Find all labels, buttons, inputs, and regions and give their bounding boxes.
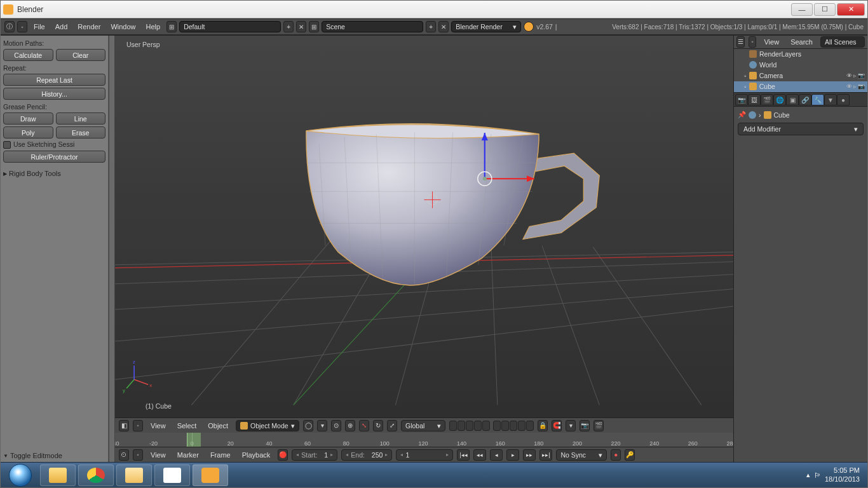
maximize-button[interactable]: ☐ bbox=[814, 3, 836, 16]
tab-object[interactable]: ▣ bbox=[786, 94, 799, 105]
timeline-menu-marker[interactable]: Marker bbox=[173, 450, 203, 460]
taskbar-blender[interactable] bbox=[193, 464, 228, 486]
rotate-gizmo-icon[interactable]: ↻ bbox=[373, 420, 383, 431]
3d-viewport[interactable]: User Persp bbox=[115, 36, 733, 417]
view3d-expand-icon[interactable]: ◦ bbox=[133, 420, 143, 431]
translate-gizmo-icon[interactable]: ⤡ bbox=[359, 420, 369, 431]
expand-icon[interactable]: ◦ bbox=[17, 21, 27, 32]
outliner-editor-icon[interactable]: ☰ bbox=[736, 36, 745, 48]
snap-target-icon[interactable]: ▾ bbox=[566, 420, 576, 431]
minimize-button[interactable]: — bbox=[791, 3, 813, 16]
pin-icon[interactable]: 📌 bbox=[738, 111, 746, 119]
render-preview-icon[interactable]: 📷 bbox=[580, 420, 590, 431]
outliner-expand-icon[interactable]: ◦ bbox=[749, 36, 757, 48]
outliner-row-camera[interactable]: ◦ Camera👁▹📷 bbox=[734, 71, 867, 81]
flag-icon[interactable]: 🏳 bbox=[814, 471, 821, 479]
show-hidden-icon[interactable]: ▴ bbox=[806, 471, 810, 479]
rigid-body-panel[interactable]: ▶Rigid Body Tools bbox=[3, 170, 105, 177]
shading-dropdown-icon[interactable]: ▾ bbox=[317, 420, 327, 431]
line-button[interactable]: Line bbox=[56, 112, 106, 125]
start-button[interactable] bbox=[3, 464, 37, 487]
panel-split-grip[interactable] bbox=[109, 36, 115, 462]
taskbar-chrome[interactable] bbox=[78, 464, 114, 486]
keying-set-icon[interactable]: 🔑 bbox=[625, 449, 635, 461]
scene-dropdown[interactable]: Scene bbox=[322, 21, 423, 32]
calculate-button[interactable]: Calculate bbox=[3, 49, 53, 61]
tab-constraints[interactable]: 🔗 bbox=[799, 94, 811, 105]
menu-window[interactable]: Window bbox=[107, 22, 139, 32]
tab-modifiers[interactable]: 🔧 bbox=[811, 94, 824, 105]
timeline-playhead[interactable] bbox=[187, 433, 201, 447]
view3d-menu-object[interactable]: Object bbox=[204, 421, 232, 431]
menu-add[interactable]: Add bbox=[51, 22, 72, 32]
scene-del-icon[interactable]: ✕ bbox=[438, 21, 449, 32]
menu-file[interactable]: File bbox=[30, 22, 49, 32]
outliner-menu-search[interactable]: Search bbox=[787, 37, 817, 47]
shading-sphere-icon[interactable]: ◯ bbox=[303, 420, 313, 431]
view3d-menu-select[interactable]: Select bbox=[173, 421, 201, 431]
tab-data[interactable]: ▼ bbox=[824, 94, 837, 105]
tab-scene[interactable]: 🎬 bbox=[761, 94, 773, 105]
end-frame-field[interactable]: ◂End: 250▸ bbox=[341, 449, 392, 461]
jump-end-icon[interactable]: ▸▸| bbox=[539, 449, 552, 461]
play-reverse-icon[interactable]: ◂ bbox=[490, 449, 503, 461]
current-frame-field[interactable]: ◂1▸ bbox=[396, 449, 453, 461]
scene-browse-icon[interactable]: ⊞ bbox=[309, 21, 319, 32]
orientation-dropdown[interactable]: Global▾ bbox=[401, 420, 445, 431]
draw-button[interactable]: Draw bbox=[3, 112, 53, 125]
view3d-menu-view[interactable]: View bbox=[147, 421, 170, 431]
timeline-menu-frame[interactable]: Frame bbox=[207, 450, 234, 460]
ruler-button[interactable]: Ruler/Protractor bbox=[3, 151, 105, 163]
timeline-menu-playback[interactable]: Playback bbox=[238, 450, 275, 460]
poly-button[interactable]: Poly bbox=[3, 126, 53, 139]
keyframe-prev-icon[interactable]: ◂◂ bbox=[473, 449, 486, 461]
view3d-editor-icon[interactable]: ◧ bbox=[119, 420, 129, 431]
clear-button[interactable]: Clear bbox=[56, 49, 106, 61]
timeline-menu-view[interactable]: View bbox=[147, 450, 170, 460]
lock-camera-icon[interactable]: 🔒 bbox=[538, 420, 548, 431]
use-sketching-checkbox[interactable] bbox=[3, 141, 11, 149]
render-engine-dropdown[interactable]: Blender Render▾ bbox=[451, 21, 521, 32]
pivot-icon[interactable]: ⊙ bbox=[331, 420, 341, 431]
editor-type-icon[interactable]: ⓘ bbox=[4, 21, 15, 32]
taskbar-explorer[interactable] bbox=[40, 464, 76, 486]
record-icon[interactable]: ● bbox=[611, 449, 621, 461]
scale-gizmo-icon[interactable]: ⤢ bbox=[387, 420, 397, 431]
outliner-row-renderlayers[interactable]: RenderLayers bbox=[734, 49, 867, 60]
render-anim-icon[interactable]: 🎬 bbox=[593, 420, 604, 431]
clock-time[interactable]: 5:05 PM bbox=[825, 466, 860, 475]
taskbar-folder[interactable] bbox=[116, 464, 152, 486]
layer-buttons[interactable] bbox=[449, 421, 534, 431]
manipulator-toggle-icon[interactable]: ⊕ bbox=[345, 420, 355, 431]
layout-del-icon[interactable]: ✕ bbox=[296, 21, 306, 32]
add-modifier-button[interactable]: Add Modifier▾ bbox=[738, 123, 864, 135]
outliner-menu-view[interactable]: View bbox=[760, 37, 783, 47]
layout-add-icon[interactable]: + bbox=[283, 21, 294, 32]
timeline-expand-icon[interactable]: ◦ bbox=[133, 449, 143, 461]
auto-keyframe-icon[interactable]: 🔴 bbox=[278, 449, 288, 461]
clock-date[interactable]: 18/10/2013 bbox=[825, 475, 860, 484]
tab-world[interactable]: 🌐 bbox=[773, 94, 786, 105]
layout-browse-icon[interactable]: ⊞ bbox=[166, 21, 177, 32]
outliner-display-dropdown[interactable]: All Scenes bbox=[820, 36, 865, 48]
menu-render[interactable]: Render bbox=[74, 22, 104, 32]
timeline-editor-icon[interactable]: ⏲ bbox=[119, 449, 129, 461]
jump-start-icon[interactable]: |◂◂ bbox=[457, 449, 470, 461]
keyframe-next-icon[interactable]: ▸▸ bbox=[523, 449, 536, 461]
play-icon[interactable]: ▸ bbox=[506, 449, 519, 461]
history-button[interactable]: History... bbox=[3, 88, 105, 100]
mode-dropdown[interactable]: Object Mode▾ bbox=[236, 420, 299, 431]
snap-icon[interactable]: 🧲 bbox=[552, 420, 562, 431]
scene-add-icon[interactable]: + bbox=[426, 21, 436, 32]
tab-material[interactable]: ● bbox=[837, 94, 850, 105]
repeat-last-button[interactable]: Repeat Last bbox=[3, 74, 105, 86]
outliner-row-world[interactable]: World bbox=[734, 60, 867, 71]
timeline-ruler[interactable]: -40-200204060801001201401601802002202402… bbox=[115, 433, 733, 447]
tab-render-layers[interactable]: 🖼 bbox=[748, 94, 761, 105]
taskbar-paint[interactable] bbox=[154, 464, 190, 486]
tab-render[interactable]: 📷 bbox=[735, 94, 748, 105]
start-frame-field[interactable]: ◂Start: 1▸ bbox=[292, 449, 337, 461]
screen-layout-dropdown[interactable]: Default bbox=[179, 21, 281, 32]
toggle-editmode-panel[interactable]: ▼Toggle Editmode bbox=[3, 452, 105, 459]
outliner-row-cube[interactable]: ◦ Cube👁▹📷 bbox=[734, 81, 867, 92]
